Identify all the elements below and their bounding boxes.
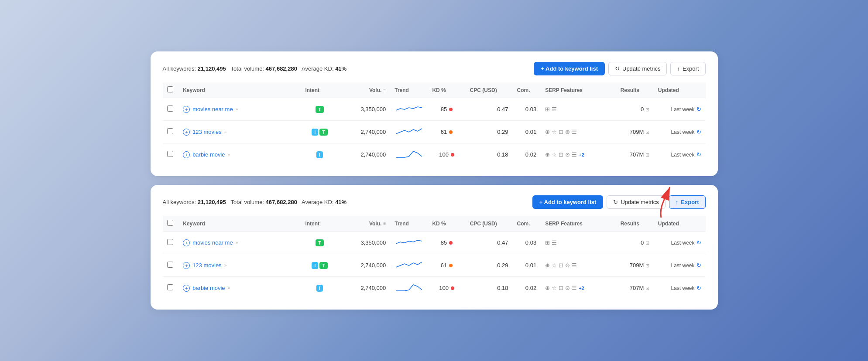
intent-badge-i: I [312, 262, 318, 269]
serp-star-icon: ☆ [552, 285, 557, 291]
serp-image-icon: ⊡ [559, 151, 563, 158]
serp-shield-icon: ⊜ [565, 129, 570, 135]
add-keyword-icon[interactable]: + [183, 106, 190, 113]
select-all-checkbox-bottom[interactable] [167, 220, 173, 226]
sort-icon-b: ≡ [383, 221, 386, 226]
th-select-all [163, 82, 179, 98]
keyword-link[interactable]: + barbie movie » [183, 151, 296, 158]
refresh-icon: ↻ [696, 151, 701, 158]
add-to-keyword-list-button[interactable]: + Add to keyword list [534, 62, 605, 75]
add-keyword-icon[interactable]: + [183, 285, 190, 292]
updated-cell: Last week ↻ [654, 98, 706, 121]
kd-dot [451, 153, 454, 157]
th-results-b: Results [616, 216, 654, 232]
keyword-link[interactable]: + barbie movie » [183, 285, 296, 292]
results-cell: 709M ⊡ [616, 254, 654, 277]
select-all-checkbox-top[interactable] [167, 86, 173, 92]
row-checkbox[interactable] [167, 284, 173, 290]
row-checkbox[interactable] [167, 106, 173, 112]
sparkline-chart [396, 125, 422, 137]
stats-summary-bottom: All keywords: 21,120,495 Total volume: 4… [163, 199, 347, 205]
keyword-link[interactable]: + movies near me » [183, 239, 296, 246]
update-metrics-button-b[interactable]: ↻ Update metrics [607, 195, 665, 209]
kd-dot [449, 130, 453, 134]
volume-cell: 3,350,000 [339, 98, 391, 121]
refresh-icon-b: ↻ [613, 199, 618, 205]
kd-dot [451, 286, 454, 290]
serp-list-icon: ☰ [552, 106, 557, 112]
keywords-table-bottom: Keyword Intent Volu. ≡ Trend KD % CPC (U… [163, 216, 706, 299]
th-results: Results [616, 82, 654, 98]
trend-cell [390, 143, 428, 166]
volume-cell: 2,740,000 [339, 277, 391, 300]
th-intent: Intent [301, 82, 338, 98]
kd-dot [449, 108, 453, 111]
sparkline-chart [396, 236, 422, 248]
add-keyword-icon[interactable]: + [183, 239, 190, 246]
serp-star-icon: ☆ [552, 129, 557, 135]
sparkline-chart [396, 148, 422, 160]
chevron-icon: » [236, 240, 238, 245]
keyword-cell: + barbie movie » [178, 277, 301, 300]
th-cpc: CPC (USD) [466, 82, 513, 98]
trend-cell [390, 254, 428, 277]
serp-play-icon: ⊙ [565, 151, 570, 158]
table-row: + 123 movies » I T 2,740,000 [163, 254, 706, 277]
trend-cell [390, 232, 428, 254]
updated-cell: Last week ↻ [654, 143, 706, 166]
upload-icon: ↑ [677, 65, 680, 72]
avg-kd-value: 41% [335, 65, 347, 72]
row-checkbox[interactable] [167, 128, 173, 134]
th-updated: Updated [654, 82, 706, 98]
export-button-top[interactable]: ↑ Export [670, 62, 705, 75]
export-button-bottom[interactable]: ↑ Export [669, 195, 706, 209]
keyword-link[interactable]: + 123 movies » [183, 262, 296, 269]
com-cell: 0.02 [512, 277, 541, 300]
all-keywords-value: 21,120,495 [198, 65, 226, 72]
keyword-link[interactable]: + movies near me » [183, 106, 296, 113]
intent-badge-i: I [312, 129, 318, 136]
table-header-row: Keyword Intent Volu. ≡ Trend KD % CPC (U… [163, 82, 706, 98]
row-checkbox-cell [163, 143, 179, 166]
row-checkbox[interactable] [167, 151, 173, 157]
serp-star-icon: ☆ [552, 151, 557, 158]
label-total-volume: Total volume: [230, 65, 264, 72]
keyword-link[interactable]: + 123 movies » [183, 129, 296, 136]
serp-more: +2 [579, 286, 584, 291]
intent-cell: I T [301, 121, 338, 143]
serp-shield-icon: ⊜ [565, 262, 570, 269]
intent-badge-i: I [316, 151, 323, 158]
cpc-cell: 0.47 [466, 232, 513, 254]
kd-cell: 61 [428, 254, 465, 277]
row-checkbox-cell [163, 254, 179, 277]
row-checkbox-cell [163, 232, 179, 254]
serp-cell: ⊕ ☆ ⊡ ⊜ ☰ [541, 121, 616, 143]
refresh-icon: ↻ [696, 239, 701, 246]
com-cell: 0.01 [512, 121, 541, 143]
serp-cell: ⊕ ☆ ⊡ ⊙ ☰ +2 [541, 143, 616, 166]
add-to-keyword-list-button-b[interactable]: + Add to keyword list [532, 195, 604, 209]
cpc-cell: 0.18 [466, 143, 513, 166]
sparkline-chart [396, 281, 422, 293]
row-checkbox-cell [163, 98, 179, 121]
label-avg-kd: Average KD: [302, 65, 333, 72]
upload-icon-b: ↑ [676, 199, 679, 205]
kd-cell: 85 [428, 232, 465, 254]
add-keyword-icon[interactable]: + [183, 129, 190, 136]
update-metrics-button[interactable]: ↻ Update metrics [608, 62, 667, 75]
serp-list-icon: ☰ [552, 239, 557, 246]
row-checkbox-cell [163, 277, 179, 300]
th-volume-b[interactable]: Volu. ≡ [339, 216, 391, 232]
add-keyword-icon[interactable]: + [183, 151, 190, 158]
results-icon: ⊡ [645, 107, 649, 112]
row-checkbox[interactable] [167, 239, 173, 245]
th-kd-b: KD % [428, 216, 465, 232]
add-keyword-icon[interactable]: + [183, 262, 190, 269]
kd-cell: 61 [428, 121, 465, 143]
intent-cell: T [301, 98, 338, 121]
com-cell: 0.03 [512, 98, 541, 121]
serp-list-icon: ☰ [572, 151, 577, 158]
row-checkbox[interactable] [167, 262, 173, 268]
bottom-card-wrapper: All keywords: 21,120,495 Total volume: 4… [151, 185, 718, 310]
th-volume[interactable]: Volu. ≡ [339, 82, 391, 98]
